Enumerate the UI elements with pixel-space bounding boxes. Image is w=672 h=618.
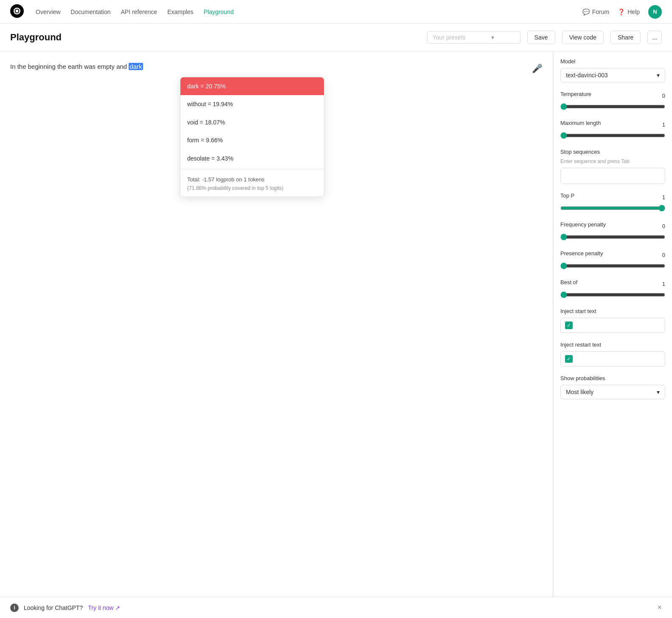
help-icon: ❓ [618, 8, 625, 15]
token-option-1[interactable]: without = 19.94% [180, 95, 324, 113]
inject-start-checkbox[interactable]: ✓ [565, 322, 573, 329]
token-option-3[interactable]: form = 9.66% [180, 131, 324, 149]
stop-sequences-label: Stop sequences [560, 149, 665, 155]
top-p-section: Top P 1 [560, 192, 665, 213]
view-code-button[interactable]: View code [562, 31, 604, 44]
top-p-label: Top P [560, 192, 574, 199]
more-button[interactable]: ... [647, 31, 662, 44]
token-total: Total: -1.57 logprob on 1 tokens (71.86%… [180, 171, 324, 197]
right-sidebar: Model text-davinci-003 ▾ Temperature 0 M… [553, 51, 672, 618]
user-avatar[interactable]: N [648, 5, 662, 19]
inject-start-label: Inject start text [560, 308, 665, 314]
frequency-penalty-section: Frequency penalty 0 [560, 221, 665, 242]
chatgpt-banner: i Looking for ChatGPT? Try it now ↗ × [0, 597, 672, 618]
best-of-label: Best of [560, 279, 577, 285]
best-of-section: Best of 1 [560, 279, 665, 299]
nav-overview[interactable]: Overview [36, 8, 60, 15]
stop-sequences-input[interactable] [560, 168, 665, 184]
best-of-slider[interactable] [560, 291, 665, 298]
checkmark-icon-2: ✓ [567, 356, 571, 362]
temperature-section: Temperature 0 [560, 91, 665, 111]
navbar: Overview Documentation API reference Exa… [0, 0, 672, 24]
inject-restart-section: Inject restart text ✓ [560, 341, 665, 367]
mic-icon[interactable]: 🎤 [532, 62, 543, 75]
show-prob-dropdown[interactable]: Most likely ▾ [560, 385, 665, 399]
frequency-penalty-value: 0 [662, 223, 665, 229]
nav-links: Overview Documentation API reference Exa… [36, 8, 233, 15]
nav-playground[interactable]: Playground [204, 8, 234, 15]
page-header: Playground Your presets ▾ Save View code… [0, 24, 672, 51]
model-section: Model text-davinci-003 ▾ [560, 58, 665, 82]
checkmark-icon: ✓ [567, 322, 571, 328]
best-of-value: 1 [662, 281, 665, 287]
top-p-value: 1 [662, 194, 665, 200]
frequency-penalty-label: Frequency penalty [560, 221, 606, 228]
show-prob-label: Show probabilities [560, 375, 665, 381]
temperature-label: Temperature [560, 91, 591, 97]
token-option-4[interactable]: desolate = 3.43% [180, 150, 324, 167]
page-title: Playground [10, 32, 420, 43]
nav-documentation[interactable]: Documentation [70, 8, 110, 15]
temperature-slider[interactable] [560, 103, 665, 110]
stop-sequences-section: Stop sequences Enter sequence and press … [560, 149, 665, 184]
prob-chevron-icon: ▾ [657, 389, 660, 395]
forum-icon: 💬 [582, 8, 590, 15]
presence-penalty-label: Presence penalty [560, 250, 603, 257]
logo [10, 4, 24, 19]
token-popup: dark = 20.75% without = 19.94% void = 18… [180, 77, 324, 197]
info-icon: i [10, 604, 19, 612]
banner-text: Looking for ChatGPT? [24, 604, 83, 611]
max-length-value: 1 [662, 121, 665, 128]
token-option-2[interactable]: void = 18.07% [180, 113, 324, 131]
main-content: In the beginning the earth was empty and… [0, 51, 672, 618]
preset-dropdown[interactable]: Your presets ▾ [427, 31, 520, 44]
top-p-slider[interactable] [560, 205, 665, 212]
show-prob-section: Show probabilities Most likely ▾ [560, 375, 665, 399]
presence-penalty-section: Presence penalty 0 [560, 250, 665, 271]
try-it-now-link[interactable]: Try it now ↗ [88, 604, 120, 611]
inject-start-input[interactable]: ✓ [560, 318, 665, 333]
save-button[interactable]: Save [527, 31, 555, 44]
nav-api-reference[interactable]: API reference [121, 8, 157, 15]
stop-sequences-hint: Enter sequence and press Tab [560, 158, 665, 164]
nav-help[interactable]: ❓ Help [618, 8, 640, 15]
model-chevron-icon: ▾ [657, 72, 660, 79]
max-length-label: Maximum length [560, 120, 601, 126]
frequency-penalty-slider[interactable] [560, 234, 665, 240]
temperature-value: 0 [662, 93, 665, 99]
preset-chevron-icon: ▾ [491, 34, 494, 41]
editor-area[interactable]: In the beginning the earth was empty and… [0, 51, 553, 618]
nav-examples[interactable]: Examples [167, 8, 193, 15]
banner-close-button[interactable]: × [657, 603, 662, 612]
editor-content: In the beginning the earth was empty and… [10, 62, 543, 72]
nav-forum[interactable]: 💬 Forum [582, 8, 609, 15]
inject-start-section: Inject start text ✓ [560, 308, 665, 333]
nav-right: 💬 Forum ❓ Help N [582, 5, 662, 19]
highlighted-token[interactable]: dark [129, 63, 143, 70]
presence-penalty-value: 0 [662, 252, 665, 258]
token-option-0[interactable]: dark = 20.75% [180, 77, 324, 95]
inject-restart-input[interactable]: ✓ [560, 351, 665, 367]
model-dropdown[interactable]: text-davinci-003 ▾ [560, 68, 665, 82]
external-link-icon: ↗ [115, 604, 120, 611]
share-button[interactable]: Share [610, 31, 641, 44]
inject-restart-label: Inject restart text [560, 341, 665, 348]
inject-restart-checkbox[interactable]: ✓ [565, 355, 573, 363]
model-label: Model [560, 58, 665, 65]
max-length-section: Maximum length 1 [560, 120, 665, 140]
editor-text-before: In the beginning the earth was empty and [10, 63, 129, 70]
presence-penalty-slider[interactable] [560, 262, 665, 269]
max-length-slider[interactable] [560, 132, 665, 139]
